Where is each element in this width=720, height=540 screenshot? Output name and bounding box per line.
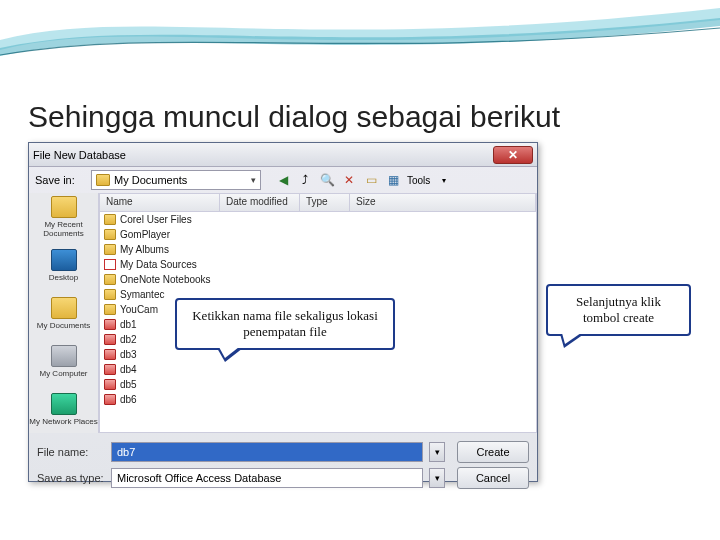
col-type[interactable]: Type xyxy=(300,194,350,211)
db-icon xyxy=(104,394,116,405)
filename-label: File name: xyxy=(37,446,105,458)
file-name: db2 xyxy=(120,334,137,345)
place-documents[interactable]: My Documents xyxy=(29,289,98,337)
page-title: Sehingga muncul dialog sebagai berikut xyxy=(28,100,560,134)
type-label: Save as type: xyxy=(37,472,105,484)
network-icon xyxy=(51,393,77,415)
col-size[interactable]: Size xyxy=(350,194,536,211)
file-row[interactable]: db5 xyxy=(100,377,536,392)
file-name: My Data Sources xyxy=(120,259,197,270)
place-computer[interactable]: My Computer xyxy=(29,337,98,385)
file-name: OneNote Notebooks xyxy=(120,274,211,285)
file-name: YouCam xyxy=(120,304,158,315)
back-icon[interactable]: ◀ xyxy=(275,172,291,188)
db-icon xyxy=(104,319,116,330)
file-row[interactable]: Corel User Files xyxy=(100,212,536,227)
toolbar-icons: ◀ ⤴ 🔍 ✕ ▭ ▦ Tools ▾ xyxy=(275,172,452,188)
recent-icon xyxy=(51,196,77,218)
filename-dropdown[interactable]: ▾ xyxy=(429,442,445,462)
titlebar: File New Database ✕ xyxy=(29,143,537,167)
folder-icon xyxy=(96,174,110,186)
delete-icon[interactable]: ✕ xyxy=(341,172,357,188)
tools-menu[interactable]: Tools xyxy=(407,172,430,188)
file-name: My Albums xyxy=(120,244,169,255)
callout-create: Selanjutnya klik tombol create xyxy=(546,284,691,336)
type-dropdown[interactable]: ▾ xyxy=(429,468,445,488)
file-name: Corel User Files xyxy=(120,214,192,225)
place-recent[interactable]: My Recent Documents xyxy=(29,193,98,241)
file-list-header: Name Date modified Type Size xyxy=(100,194,536,212)
places-bar: My Recent Documents Desktop My Documents… xyxy=(29,193,99,433)
col-name[interactable]: Name xyxy=(100,194,220,211)
file-name: GomPlayer xyxy=(120,229,170,240)
type-input[interactable]: Microsoft Office Access Database xyxy=(111,468,423,488)
folder-icon xyxy=(104,289,116,300)
close-icon: ✕ xyxy=(508,148,518,162)
new-folder-icon[interactable]: ▭ xyxy=(363,172,379,188)
folder-icon xyxy=(104,214,116,225)
bottom-controls: File name: db7 ▾ Create Save as type: Mi… xyxy=(29,433,537,497)
db-icon xyxy=(104,364,116,375)
folder-icon xyxy=(104,229,116,240)
db-icon xyxy=(104,379,116,390)
ds-icon xyxy=(104,259,116,270)
documents-icon xyxy=(51,297,77,319)
chevron-down-icon: ▾ xyxy=(251,175,256,185)
close-button[interactable]: ✕ xyxy=(493,146,533,164)
cancel-button[interactable]: Cancel xyxy=(457,467,529,489)
file-row[interactable]: OneNote Notebooks xyxy=(100,272,536,287)
save-in-row: Save in: My Documents ▾ ◀ ⤴ 🔍 ✕ ▭ ▦ Tool… xyxy=(29,167,537,193)
db-icon xyxy=(104,334,116,345)
file-row[interactable]: GomPlayer xyxy=(100,227,536,242)
place-network[interactable]: My Network Places xyxy=(29,385,98,433)
file-name: db6 xyxy=(120,394,137,405)
search-icon[interactable]: 🔍 xyxy=(319,172,335,188)
file-row[interactable]: My Albums xyxy=(100,242,536,257)
file-name: db1 xyxy=(120,319,137,330)
up-icon[interactable]: ⤴ xyxy=(297,172,313,188)
decorative-wave xyxy=(0,0,720,70)
db-icon xyxy=(104,349,116,360)
callout-filename: Ketikkan nama file sekaligus lokasi pene… xyxy=(175,298,395,350)
desktop-icon xyxy=(51,249,77,271)
chevron-down-icon: ▾ xyxy=(436,172,452,188)
place-desktop[interactable]: Desktop xyxy=(29,241,98,289)
file-name: db3 xyxy=(120,349,137,360)
folder-icon xyxy=(104,274,116,285)
computer-icon xyxy=(51,345,77,367)
folder-icon xyxy=(104,244,116,255)
file-name: db4 xyxy=(120,364,137,375)
folder-icon xyxy=(104,304,116,315)
file-row[interactable]: My Data Sources xyxy=(100,257,536,272)
file-name: Symantec xyxy=(120,289,164,300)
filename-input[interactable]: db7 xyxy=(111,442,423,462)
col-date[interactable]: Date modified xyxy=(220,194,300,211)
file-row[interactable]: db4 xyxy=(100,362,536,377)
dialog-title: File New Database xyxy=(33,149,126,161)
file-row[interactable]: db6 xyxy=(100,392,536,407)
save-in-combo[interactable]: My Documents ▾ xyxy=(91,170,261,190)
create-button[interactable]: Create xyxy=(457,441,529,463)
file-name: db5 xyxy=(120,379,137,390)
save-in-label: Save in: xyxy=(35,174,85,186)
save-in-value: My Documents xyxy=(114,174,187,186)
views-icon[interactable]: ▦ xyxy=(385,172,401,188)
